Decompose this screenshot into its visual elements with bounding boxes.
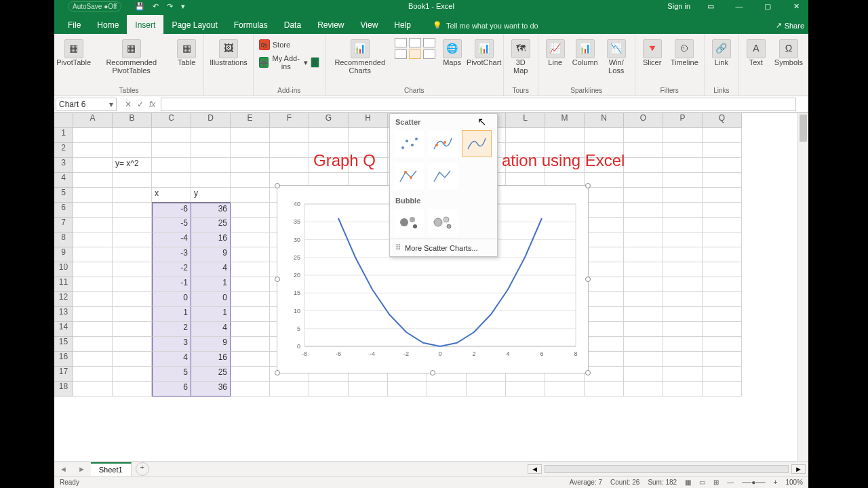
cell-A3[interactable]: [73, 158, 113, 173]
cell-C8[interactable]: -4: [152, 232, 191, 247]
cell-D17[interactable]: 25: [191, 367, 231, 382]
timeline-button[interactable]: ⏲Timeline: [669, 38, 700, 68]
column-header-F[interactable]: F: [270, 113, 309, 128]
cell-A9[interactable]: [73, 247, 113, 262]
scatter-option-smooth-lines[interactable]: [462, 130, 492, 157]
cell-B17[interactable]: [113, 367, 152, 382]
cell-P11[interactable]: [663, 277, 703, 292]
recommended-charts-button[interactable]: 📊Recommended Charts: [330, 38, 391, 76]
cell-D3[interactable]: [191, 158, 231, 173]
cell-B9[interactable]: [113, 247, 152, 262]
cell-A11[interactable]: [73, 277, 113, 292]
enter-icon[interactable]: ✓: [137, 100, 144, 109]
cell-P1[interactable]: [663, 128, 703, 143]
zoom-out-icon[interactable]: —: [727, 479, 734, 486]
cell-A7[interactable]: [73, 218, 113, 232]
row-header-1[interactable]: 1: [54, 128, 73, 143]
row-header-9[interactable]: 9: [54, 247, 73, 262]
cell-P15[interactable]: [663, 337, 703, 352]
save-icon[interactable]: 💾: [135, 2, 144, 11]
column-header-B[interactable]: B: [113, 113, 152, 128]
cell-F2[interactable]: [270, 143, 309, 158]
cell-C11[interactable]: -1: [152, 277, 191, 292]
tab-data[interactable]: Data: [276, 15, 309, 34]
cell-D11[interactable]: 1: [191, 277, 231, 292]
cell-A17[interactable]: [73, 367, 113, 382]
cell-C6[interactable]: -6: [152, 203, 191, 218]
sparkline-line-button[interactable]: 📈Line: [542, 38, 568, 68]
cell-O1[interactable]: [624, 128, 663, 143]
cell-N18[interactable]: [585, 382, 624, 396]
cell-O14[interactable]: [624, 322, 663, 337]
cell-A18[interactable]: [73, 382, 113, 396]
cell-P16[interactable]: [663, 352, 703, 367]
bubble-option-2d[interactable]: [394, 209, 424, 236]
cell-F1[interactable]: [270, 128, 309, 143]
cell-N15[interactable]: [585, 337, 624, 352]
cell-A4[interactable]: [73, 173, 113, 188]
tab-review[interactable]: Review: [309, 15, 352, 34]
cell-C1[interactable]: [152, 128, 191, 143]
cell-C16[interactable]: 4: [152, 352, 191, 367]
cell-N1[interactable]: [585, 128, 624, 143]
cell-N8[interactable]: [585, 232, 624, 247]
ribbon-display-icon[interactable]: ▭: [703, 2, 719, 11]
cell-A5[interactable]: [73, 188, 113, 203]
cell-D7[interactable]: 25: [191, 218, 231, 232]
row-header-17[interactable]: 17: [54, 367, 73, 382]
cell-Q18[interactable]: [703, 382, 742, 396]
cell-M18[interactable]: [545, 382, 585, 396]
cell-Q5[interactable]: [703, 188, 742, 203]
cell-B11[interactable]: [113, 277, 152, 292]
cell-P3[interactable]: [663, 158, 703, 173]
cell-A10[interactable]: [73, 262, 113, 277]
row-header-14[interactable]: 14: [54, 322, 73, 337]
cell-B3[interactable]: y= x^2: [113, 158, 152, 173]
cell-B16[interactable]: [113, 352, 152, 367]
cell-A1[interactable]: [73, 128, 113, 143]
row-header-15[interactable]: 15: [54, 337, 73, 352]
row-header-11[interactable]: 11: [54, 277, 73, 292]
recommended-pivottables-button[interactable]: ▦Recommended PivotTables: [93, 38, 170, 76]
column-header-D[interactable]: D: [191, 113, 231, 128]
cell-Q13[interactable]: [703, 307, 742, 322]
tab-insert[interactable]: Insert: [127, 15, 163, 34]
cell-O2[interactable]: [624, 143, 663, 158]
formula-input[interactable]: [161, 98, 796, 111]
qat-more-icon[interactable]: ▾: [181, 2, 185, 11]
cell-E10[interactable]: [231, 262, 270, 277]
table-button[interactable]: ▦Table: [174, 38, 199, 68]
cell-O9[interactable]: [624, 247, 663, 262]
cell-E16[interactable]: [231, 352, 270, 367]
cell-D13[interactable]: 1: [191, 307, 231, 322]
cell-Q8[interactable]: [703, 232, 742, 247]
cell-B14[interactable]: [113, 322, 152, 337]
cell-B2[interactable]: [113, 143, 152, 158]
cell-A6[interactable]: [73, 203, 113, 218]
cell-P2[interactable]: [663, 143, 703, 158]
cell-P17[interactable]: [663, 367, 703, 382]
cell-P13[interactable]: [663, 307, 703, 322]
cell-C3[interactable]: [152, 158, 191, 173]
cell-G18[interactable]: [309, 382, 349, 396]
cell-N17[interactable]: [585, 367, 624, 382]
cell-F3[interactable]: [270, 158, 309, 173]
sheet-nav-prev[interactable]: ◄: [54, 465, 73, 473]
tab-formulas[interactable]: Formulas: [226, 15, 276, 34]
tab-file[interactable]: File: [60, 15, 89, 34]
row-header-8[interactable]: 8: [54, 232, 73, 247]
cell-B13[interactable]: [113, 307, 152, 322]
chart-type-area-icon[interactable]: [409, 49, 421, 59]
cell-A8[interactable]: [73, 232, 113, 247]
cell-A15[interactable]: [73, 337, 113, 352]
zoom-slider[interactable]: ──●──: [742, 479, 765, 486]
cell-B18[interactable]: [113, 382, 152, 396]
row-header-12[interactable]: 12: [54, 292, 73, 307]
chart-type-pie-icon[interactable]: [423, 38, 435, 47]
cell-C10[interactable]: -2: [152, 262, 191, 277]
cell-P7[interactable]: [663, 218, 703, 232]
cell-N9[interactable]: [585, 247, 624, 262]
cell-A2[interactable]: [73, 143, 113, 158]
tab-help[interactable]: Help: [386, 15, 419, 34]
cell-N6[interactable]: [585, 203, 624, 218]
